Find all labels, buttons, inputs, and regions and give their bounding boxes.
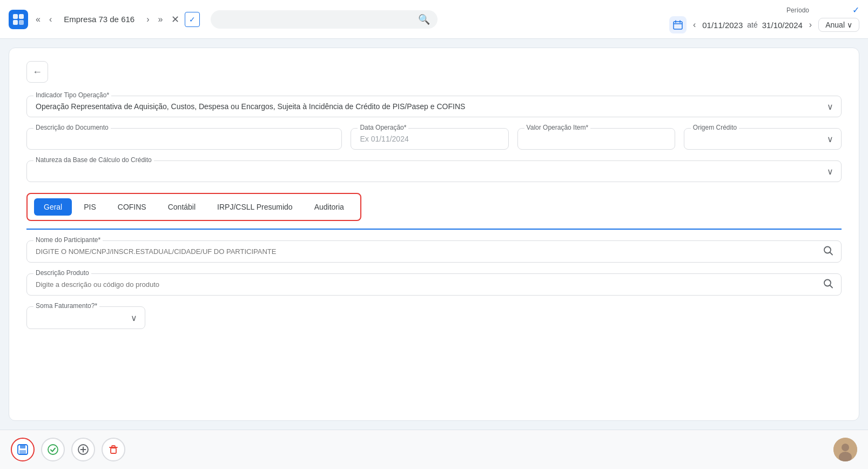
period-type-label: Anual <box>825 21 845 29</box>
tab-auditoria[interactable]: Auditoria <box>305 198 354 216</box>
origem-credito-chevron-icon: ∨ <box>827 134 833 144</box>
period-prev-button[interactable]: ‹ <box>691 19 698 31</box>
origem-credito-wrapper[interactable]: Origem Crédito ∨ <box>684 128 842 150</box>
tab-cofins[interactable]: COFINS <box>108 198 156 216</box>
nav-next-arrows: › » ✕ ✓ <box>143 12 200 27</box>
main-content: ← Indicador Tipo Operação* Operação Repr… <box>9 48 859 421</box>
row-fields-1: Descrição do Documento Data Operação* Va… <box>26 128 842 150</box>
descricao-produto-input-wrapper <box>27 274 841 295</box>
nav-last-button[interactable]: » <box>154 12 166 26</box>
svg-line-9 <box>830 252 833 255</box>
nome-participante-search-icon[interactable] <box>823 245 833 258</box>
valor-operacao-field: Valor Operação Item* <box>517 128 675 150</box>
period-section: Período ✓ ‹ 01/11/2023 até 31/10/2024 › … <box>669 5 859 34</box>
descricao-produto-wrapper: Descrição Produto <box>26 273 842 296</box>
indicador-field-group: Indicador Tipo Operação* Operação Repres… <box>26 96 842 117</box>
svg-rect-2 <box>13 20 18 25</box>
indicador-label: Indicador Tipo Operação* <box>33 91 111 99</box>
origem-credito-label: Origem Crédito <box>691 124 739 131</box>
search-icon: 🔍 <box>418 14 430 25</box>
descricao-doc-wrapper: Descrição do Documento <box>26 128 342 150</box>
svg-line-11 <box>830 285 833 288</box>
nav-prev-button[interactable]: ‹ <box>46 12 55 26</box>
nome-participante-input-wrapper <box>27 241 841 262</box>
svg-rect-1 <box>19 14 24 19</box>
svg-point-15 <box>48 445 58 454</box>
valor-operacao-label: Valor Operação Item* <box>524 124 591 131</box>
confirm-button[interactable] <box>41 438 65 461</box>
nome-participante-input[interactable] <box>27 241 841 262</box>
period-start-date: 01/11/2023 <box>702 21 743 30</box>
data-operacao-label: Data Operação* <box>358 124 408 131</box>
valor-operacao-wrapper: Valor Operação Item* <box>517 128 675 150</box>
bottom-toolbar <box>0 430 868 469</box>
period-end-date: 31/10/2024 <box>762 21 803 30</box>
svg-rect-13 <box>20 445 25 448</box>
descricao-doc-field: Descrição do Documento <box>26 128 342 150</box>
periodo-check-icon: ✓ <box>852 5 859 15</box>
add-button[interactable] <box>71 438 95 461</box>
tab-geral[interactable]: Geral <box>34 198 72 216</box>
nome-participante-wrapper: Nome do Participante* <box>26 240 842 263</box>
descricao-produto-search-icon[interactable] <box>823 278 833 291</box>
natureza-select-wrapper[interactable]: Natureza da Base de Cálculo do Crédito ∨ <box>26 160 842 182</box>
empresa-title: Empresa 73 de 616 <box>64 15 134 24</box>
svg-point-21 <box>842 444 849 451</box>
period-next-button[interactable]: › <box>807 19 814 31</box>
valor-operacao-input[interactable] <box>527 135 666 143</box>
soma-faturamento-wrapper: Soma Faturamento?* ∨ <box>26 306 145 329</box>
nav-close-button[interactable]: ✕ <box>168 12 183 26</box>
svg-rect-4 <box>674 22 682 29</box>
data-operacao-input[interactable] <box>360 135 499 143</box>
delete-button[interactable] <box>102 438 125 461</box>
indicador-value: Operação Representativa de Aquisição, Cu… <box>36 102 478 111</box>
svg-rect-14 <box>19 450 26 454</box>
descricao-doc-input[interactable] <box>36 135 333 143</box>
save-button[interactable] <box>11 438 35 461</box>
natureza-value <box>36 167 49 176</box>
back-button[interactable]: ← <box>26 61 48 83</box>
calendar-icon <box>669 16 687 34</box>
nav-next-button[interactable]: › <box>143 12 152 26</box>
avatar <box>833 438 857 461</box>
tab-irpj[interactable]: IRPJ/CSLL Presumido <box>207 198 302 216</box>
period-separator: até <box>747 21 757 29</box>
nav-check-button[interactable]: ✓ <box>185 12 200 27</box>
data-operacao-field: Data Operação* <box>351 128 508 150</box>
nav-arrows: « ‹ <box>32 12 55 26</box>
natureza-field-group: Natureza da Base de Cálculo do Crédito ∨ <box>26 160 842 182</box>
tab-pis[interactable]: PIS <box>74 198 106 216</box>
nome-participante-field-group: Nome do Participante* <box>26 240 842 263</box>
period-type-chevron: ∨ <box>847 21 852 29</box>
periodo-text: Período <box>786 6 809 14</box>
soma-faturamento-select[interactable]: Soma Faturamento?* ∨ <box>26 306 145 329</box>
soma-faturamento-label: Soma Faturamento?* <box>33 302 99 310</box>
soma-faturamento-field-group: Soma Faturamento?* ∨ <box>26 306 842 329</box>
descricao-produto-input[interactable] <box>27 274 841 295</box>
app-icon <box>9 10 28 29</box>
indicador-select-wrapper[interactable]: Indicador Tipo Operação* Operação Repres… <box>26 96 842 117</box>
natureza-label: Natureza da Base de Cálculo do Crédito <box>33 156 154 164</box>
period-controls: ‹ 01/11/2023 até 31/10/2024 › Anual ∨ <box>669 16 859 34</box>
search-input[interactable] <box>218 15 414 24</box>
svg-rect-19 <box>111 448 116 453</box>
indicador-chevron-icon: ∨ <box>827 102 833 112</box>
periodo-label: Período ✓ <box>786 5 859 15</box>
tab-contabil[interactable]: Contábil <box>158 198 205 216</box>
soma-faturamento-value <box>36 312 136 323</box>
svg-rect-3 <box>19 20 24 25</box>
search-box: 🔍 <box>211 10 438 29</box>
svg-rect-0 <box>13 14 18 19</box>
descricao-doc-label: Descrição do Documento <box>33 124 111 131</box>
period-type-select[interactable]: Anual ∨ <box>818 18 859 32</box>
top-header: « ‹ Empresa 73 de 616 › » ✕ ✓ 🔍 Período … <box>0 0 868 39</box>
origem-credito-value <box>693 135 706 143</box>
natureza-chevron-icon: ∨ <box>827 166 833 177</box>
descricao-produto-field-group: Descrição Produto <box>26 273 842 296</box>
nav-first-button[interactable]: « <box>32 12 44 26</box>
tabs-underline <box>26 229 842 230</box>
data-operacao-wrapper: Data Operação* <box>351 128 508 150</box>
tabs-container: Geral PIS COFINS Contábil IRPJ/CSLL Pres… <box>26 193 361 221</box>
soma-faturamento-chevron-icon: ∨ <box>131 313 137 323</box>
origem-credito-field: Origem Crédito ∨ <box>684 128 842 150</box>
